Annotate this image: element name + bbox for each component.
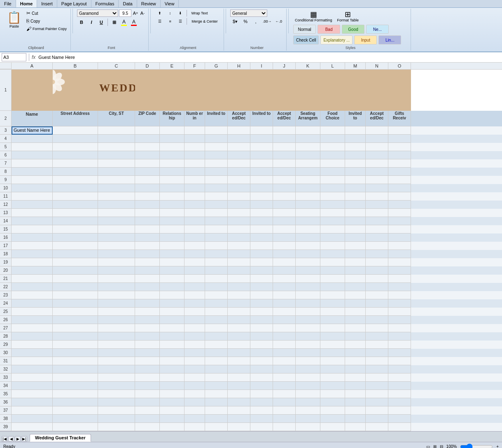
tab-page-layout[interactable]: Page Layout	[57, 0, 91, 7]
row-header-7[interactable]: 7	[0, 159, 12, 168]
grid-cell-o12[interactable]	[388, 201, 411, 209]
grid-cell-d17[interactable]	[135, 242, 160, 250]
grid-cell-e17[interactable]	[160, 242, 184, 250]
grid-cell-a19[interactable]	[12, 258, 53, 266]
grid-cell-a5[interactable]	[12, 143, 53, 151]
grid-cell-e25[interactable]	[160, 308, 184, 316]
grid-cell-f19[interactable]	[184, 258, 205, 266]
grid-cell-m14[interactable]	[345, 217, 366, 225]
grid-cell-l12[interactable]	[320, 201, 345, 209]
grid-cell-e3[interactable]	[160, 126, 184, 135]
grid-cell-n15[interactable]	[366, 225, 388, 233]
grid-cell-c6[interactable]	[98, 151, 135, 159]
align-right-button[interactable]: ☰	[175, 18, 185, 25]
grid-cell-j14[interactable]	[273, 217, 296, 225]
tab-insert[interactable]: Insert	[37, 0, 57, 7]
grid-cell-e37[interactable]	[160, 406, 184, 415]
grid-cell-f17[interactable]	[184, 242, 205, 250]
grid-cell-k30[interactable]	[296, 349, 320, 357]
grid-cell-m24[interactable]	[345, 299, 366, 308]
grid-cell-i16[interactable]	[250, 233, 273, 242]
grid-cell-b8[interactable]	[53, 168, 98, 176]
grid-cell-c16[interactable]	[98, 233, 135, 242]
col-header-d[interactable]: D	[135, 63, 160, 69]
grid-cell-i8[interactable]	[250, 168, 273, 176]
grid-cell-e29[interactable]	[160, 341, 184, 349]
grid-cell-l31[interactable]	[320, 357, 345, 365]
corner-cell[interactable]	[0, 63, 12, 69]
grid-cell-h30[interactable]	[228, 349, 250, 357]
grid-cell-i31[interactable]	[250, 357, 273, 365]
grid-cell-k12[interactable]	[296, 201, 320, 209]
cell-reference-input[interactable]	[2, 53, 26, 61]
row-header-18[interactable]: 18	[0, 250, 12, 258]
grid-cell-l17[interactable]	[320, 242, 345, 250]
grid-cell-m10[interactable]	[345, 184, 366, 192]
grid-cell-k6[interactable]	[296, 151, 320, 159]
grid-cell-o6[interactable]	[388, 151, 411, 159]
grid-cell-o9[interactable]	[388, 176, 411, 184]
grid-cell-b39[interactable]	[53, 423, 98, 431]
grid-cell-e26[interactable]	[160, 316, 184, 324]
col-header-n[interactable]: N	[366, 63, 388, 69]
grid-cell-g27[interactable]	[205, 324, 228, 332]
grid-cell-o36[interactable]	[388, 398, 411, 406]
increase-decimal-button[interactable]: .00→	[261, 18, 273, 25]
grid-cell-j22[interactable]	[273, 283, 296, 291]
style-normal-button[interactable]: Normal	[293, 25, 316, 34]
grid-cell-f14[interactable]	[184, 217, 205, 225]
grid-cell-i10[interactable]	[250, 184, 273, 192]
grid-cell-header-address[interactable]: Street Address	[53, 111, 98, 126]
grid-cell-f36[interactable]	[184, 398, 205, 406]
grid-cell-j34[interactable]	[273, 382, 296, 390]
grid-cell-c9[interactable]	[98, 176, 135, 184]
grid-cell-f7[interactable]	[184, 159, 205, 168]
grid-cell-l6[interactable]	[320, 151, 345, 159]
grid-cell-b18[interactable]	[53, 250, 98, 258]
grid-cell-b26[interactable]	[53, 316, 98, 324]
grid-cell-e24[interactable]	[160, 299, 184, 308]
grid-cell-c38[interactable]	[98, 415, 135, 423]
grid-cell-n23[interactable]	[366, 291, 388, 299]
col-header-f[interactable]: F	[184, 63, 205, 69]
grid-cell-h4[interactable]	[228, 135, 250, 143]
grid-cell-m36[interactable]	[345, 398, 366, 406]
grid-cell-b34[interactable]	[53, 382, 98, 390]
font-decrease-button[interactable]: A-	[139, 10, 146, 16]
grid-cell-e31[interactable]	[160, 357, 184, 365]
grid-cell-l26[interactable]	[320, 316, 345, 324]
grid-cell-o37[interactable]	[388, 406, 411, 415]
grid-cell[interactable]	[296, 70, 320, 111]
grid-cell-d10[interactable]	[135, 184, 160, 192]
tab-data[interactable]: Data	[119, 0, 137, 7]
format-as-table-button[interactable]: ⊞ Format Table	[335, 9, 361, 23]
grid-cell-a9[interactable]	[12, 176, 53, 184]
grid-cell-e39[interactable]	[160, 423, 184, 431]
bold-button[interactable]: B	[77, 19, 86, 26]
grid-cell-o19[interactable]	[388, 258, 411, 266]
grid-cell-h7[interactable]	[228, 159, 250, 168]
grid-cell-c31[interactable]	[98, 357, 135, 365]
grid-cell-m30[interactable]	[345, 349, 366, 357]
grid-cell-e11[interactable]	[160, 192, 184, 201]
grid-cell-a13[interactable]	[12, 209, 53, 217]
grid-cell-k10[interactable]	[296, 184, 320, 192]
grid-cell-e6[interactable]	[160, 151, 184, 159]
grid-cell-d23[interactable]	[135, 291, 160, 299]
grid-cell-n24[interactable]	[366, 299, 388, 308]
row-header-25[interactable]: 25	[0, 308, 12, 316]
grid-cell-g37[interactable]	[205, 406, 228, 415]
grid-cell-c27[interactable]	[98, 324, 135, 332]
grid-cell-m21[interactable]	[345, 275, 366, 283]
grid-cell-l35[interactable]	[320, 390, 345, 398]
grid-cell-a37[interactable]	[12, 406, 53, 415]
grid-cell-n11[interactable]	[366, 192, 388, 201]
grid-cell-d20[interactable]	[135, 266, 160, 275]
grid-cell-m28[interactable]	[345, 332, 366, 341]
grid-cell-a20[interactable]	[12, 266, 53, 275]
sheet-nav-first[interactable]: |◀	[2, 436, 7, 442]
grid-cell-o18[interactable]	[388, 250, 411, 258]
grid-cell-a28[interactable]	[12, 332, 53, 341]
grid-cell-m22[interactable]	[345, 283, 366, 291]
grid-cell-b38[interactable]	[53, 415, 98, 423]
